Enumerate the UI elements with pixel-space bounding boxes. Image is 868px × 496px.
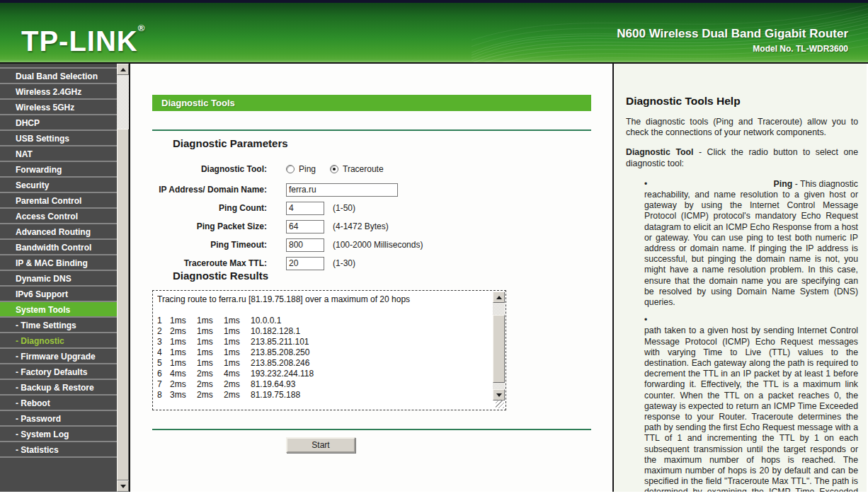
help-title: Diagnostic Tools Help <box>626 95 858 108</box>
header-product-info: N600 Wireless Dual Band Gigabit Router M… <box>617 27 848 54</box>
help-paragraph-2: Diagnostic Tool - Click the radio button… <box>626 147 858 168</box>
scroll-down-icon[interactable] <box>117 480 129 492</box>
field-label: IP Address/ Domain Name: <box>130 185 267 195</box>
page-title: Diagnostic Tools <box>152 95 591 111</box>
sidebar-item-access-control[interactable]: Access Control <box>0 209 117 224</box>
field-label: Ping Packet Size: <box>130 221 267 231</box>
field-hint: (100-2000 Milliseconds) <box>333 240 423 250</box>
sidebar-item-system-tools[interactable]: System Tools <box>0 302 117 318</box>
router-admin-page: TP-LINK® N600 Wireless Dual Band Gigabit… <box>0 0 868 496</box>
sidebar-item-security[interactable]: Security <box>0 178 117 193</box>
sidebar-filler <box>0 64 117 69</box>
bullet-icon: • <box>626 179 644 308</box>
header-banner: TP-LINK® N600 Wireless Dual Band Gigabit… <box>0 0 868 64</box>
sidebar-item-statistics[interactable]: - Statistics <box>0 442 117 458</box>
traceroute-hop-row: 51ms1ms1ms213.85.208.246 <box>157 358 490 369</box>
results-heading: Diagnostic Results <box>173 270 268 282</box>
sidebar-scrollbar-thumb[interactable] <box>117 129 129 480</box>
field-label: Ping Count: <box>130 203 267 213</box>
divider-rule-bottom <box>152 429 591 430</box>
ping-count-input[interactable] <box>286 202 324 215</box>
sidebar-menu: Dual Band SelectionWireless 2.4GHzWirele… <box>0 64 117 492</box>
sidebar-item-dynamic-dns[interactable]: Dynamic DNS <box>0 271 117 287</box>
diagnostic-tool-row: Diagnostic Tool: Ping Traceroute <box>130 160 394 178</box>
help-paragraph-1: The diagnostic tools (Ping and Tracerout… <box>626 117 858 138</box>
sidebar-item-nat[interactable]: NAT <box>0 146 117 162</box>
ping-timeout-input[interactable] <box>286 238 324 252</box>
help-bullet-list: • Ping - This diagnostic reachability, a… <box>626 179 858 492</box>
bullet-body: path taken to a given host by sending In… <box>644 325 858 492</box>
field-label: Traceroute Max TTL: <box>130 258 267 268</box>
traceroute-hop-row: 83ms2ms2ms81.19.75.188 <box>157 390 490 400</box>
help-bullet: • path taken to a given host by sending … <box>626 315 858 492</box>
ip-address-domain-name-input[interactable] <box>286 183 398 197</box>
bullet-icon: • <box>626 315 644 492</box>
bullet-body: reachability, and name resolution to a g… <box>644 190 858 308</box>
ping-count-row: Ping Count: (1-50) <box>130 199 355 217</box>
sidebar-item-usb-settings[interactable]: USB Settings <box>0 131 117 146</box>
results-scrollbar-thumb[interactable] <box>493 315 505 383</box>
ping-packet-size-row: Ping Packet Size: (4-1472 Bytes) <box>130 217 389 236</box>
field-hint: (4-1472 Bytes) <box>333 221 389 231</box>
ping-packet-size-input[interactable] <box>286 220 324 233</box>
scroll-up-icon[interactable] <box>117 64 129 75</box>
traceroute-max-ttl-input[interactable] <box>286 257 324 270</box>
sidebar-item-firmware-upgrade[interactable]: - Firmware Upgrade <box>0 349 117 364</box>
sidebar-scrollbar[interactable] <box>117 64 129 492</box>
bullet-lead <box>644 315 858 325</box>
sidebar-item-bandwidth-control[interactable]: Bandwidth Control <box>0 240 117 255</box>
results-scroll-down-icon[interactable] <box>493 389 505 400</box>
start-button[interactable]: Start <box>286 437 355 453</box>
help-term: Diagnostic Tool <box>626 147 693 157</box>
radio-label-traceroute[interactable]: Traceroute <box>343 164 384 174</box>
radio-ping[interactable] <box>286 165 295 173</box>
product-name: N600 Wireless Dual Band Gigabit Router <box>617 27 848 41</box>
tp-link-logo: TP-LINK® <box>21 23 145 57</box>
help-bullet: • Ping - This diagnostic reachability, a… <box>626 179 858 308</box>
sidebar-item-backup-restore[interactable]: - Backup & Restore <box>0 380 117 396</box>
sidebar-item-reboot[interactable]: - Reboot <box>0 396 117 411</box>
registered-mark: ® <box>138 23 146 33</box>
bullet-lead: Ping - This diagnostic <box>644 179 858 190</box>
results-scroll-up-icon[interactable] <box>493 292 505 303</box>
sidebar-item-advanced-routing[interactable]: Advanced Routing <box>0 224 117 240</box>
ping-timeout-row: Ping Timeout: (100-2000 Milliseconds) <box>130 236 423 254</box>
sidebar-item-ip-mac-binding[interactable]: IP & MAC Binding <box>0 255 117 271</box>
sidebar-item-forwarding[interactable]: Forwarding <box>0 162 117 178</box>
field-label: Ping Timeout: <box>130 240 267 250</box>
diagnostic-tool-radio-group: Ping Traceroute <box>286 164 394 174</box>
diagnostic-tool-label: Diagnostic Tool: <box>130 164 267 174</box>
traceroute-hop-row: 31ms1ms1ms213.85.211.101 <box>157 337 490 347</box>
parameters-heading: Diagnostic Parameters <box>173 137 288 149</box>
sidebar-item-wireless-5ghz[interactable]: Wireless 5GHz <box>0 100 117 115</box>
ip-address-domain-name-row: IP Address/ Domain Name: <box>130 180 398 199</box>
sidebar-item-system-log[interactable]: - System Log <box>0 427 117 442</box>
divider-rule-top <box>152 129 591 131</box>
results-scrollbar[interactable] <box>493 292 505 400</box>
sidebar-item-dual-band-selection[interactable]: Dual Band Selection <box>0 69 117 84</box>
results-header-line: Tracing route to ferra.ru [81.19.75.188]… <box>157 294 490 305</box>
main-content: Diagnostic Tools Diagnostic Parameters D… <box>130 64 612 492</box>
model-number: Model No. TL-WDR3600 <box>617 44 848 54</box>
radio-traceroute[interactable] <box>330 165 338 173</box>
sidebar-item-diagnostic[interactable]: - Diagnostic <box>0 333 117 349</box>
sidebar-item-time-settings[interactable]: - Time Settings <box>0 318 117 333</box>
diagnostic-results-box[interactable]: Tracing route to ferra.ru [81.19.75.188]… <box>152 290 506 410</box>
radio-label-ping[interactable]: Ping <box>299 164 316 174</box>
field-hint: (1-30) <box>333 258 355 268</box>
field-hint: (1-50) <box>333 203 355 213</box>
sidebar-item-dhcp[interactable]: DHCP <box>0 115 117 131</box>
sidebar-item-password[interactable]: - Password <box>0 411 117 427</box>
traceroute-hop-row: 41ms1ms1ms213.85.208.250 <box>157 347 490 358</box>
help-panel: Diagnostic Tools Help The diagnostic too… <box>614 64 867 492</box>
sidebar-item-ipv6-support[interactable]: IPv6 Support <box>0 287 117 302</box>
resize-grip-icon[interactable] <box>496 400 504 408</box>
results-text: Tracing route to ferra.ru [81.19.75.188]… <box>157 294 490 407</box>
traceroute-hop-row: 11ms1ms1ms10.0.0.1 <box>157 316 490 326</box>
sidebar-item-factory-defaults[interactable]: - Factory Defaults <box>0 364 117 380</box>
traceroute-hop-row: 64ms2ms4ms193.232.244.118 <box>157 369 490 379</box>
sidebar-item-wireless-2-4ghz[interactable]: Wireless 2.4GHz <box>0 84 117 100</box>
traceroute-hop-row: 22ms1ms1ms10.182.128.1 <box>157 326 490 337</box>
traceroute-hop-row: 72ms2ms2ms81.19.64.93 <box>157 379 490 390</box>
sidebar-item-parental-control[interactable]: Parental Control <box>0 193 117 209</box>
